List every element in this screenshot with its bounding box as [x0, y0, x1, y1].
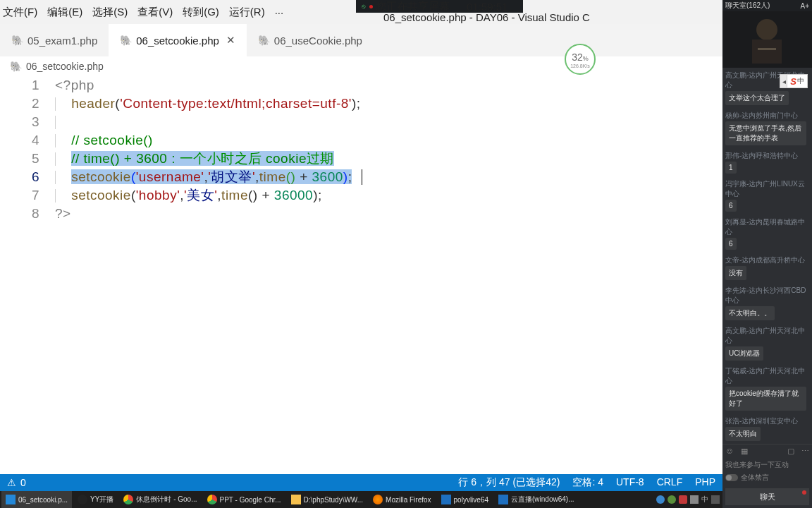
chat-user: 文帝-达内成都高升桥中心	[722, 253, 812, 266]
performance-badge: 32% 126.8K/s	[565, 44, 596, 75]
gutter-line: 2	[0, 95, 55, 113]
php-icon: 🐘	[120, 35, 132, 46]
taskbar-chrome2[interactable]: PPT - Google Chr...	[203, 491, 285, 508]
chat-msg: 6	[725, 200, 737, 212]
tab-06-usecookie[interactable]: 🐘 06_useCookie.php	[247, 24, 374, 56]
chat-msg: 不太明白。。	[725, 306, 775, 320]
gutter-line: 5	[0, 150, 55, 168]
code-editor[interactable]: 1<?php 2 header('Content-type:text/html;…	[0, 76, 722, 474]
tray-ime[interactable]: 中	[701, 495, 708, 504]
taskbar-explorer[interactable]: D:\phpStudy\WW...	[287, 491, 367, 508]
php-icon: 🐘	[10, 61, 22, 72]
tray-icon[interactable]	[679, 495, 687, 504]
taskbar-stream[interactable]: 云直播(window64)...	[494, 491, 578, 508]
chat-user: 李先涛-达内长沙河西CBD中心	[722, 283, 812, 306]
gutter-line: 1	[0, 76, 55, 95]
svg-rect-3	[758, 48, 776, 50]
gutter-line: 7	[0, 186, 55, 205]
cursor-position[interactable]: 行 6，列 47 (已选择42)	[458, 476, 560, 489]
taskbar-vscode[interactable]: 06_setcooki.p...	[1, 491, 72, 508]
text-cursor	[362, 169, 362, 185]
menu-run[interactable]: 运行(R)	[229, 6, 265, 19]
font-size-button[interactable]: A+	[800, 2, 809, 10]
chat-msg: 6	[725, 238, 737, 250]
chat-msg: UC浏览器	[725, 346, 763, 361]
chat-messages[interactable]: 高文鹏-达内广州天河北中心文举这个太合理了 杨帅-达内苏州南门中心无意中浏览了手…	[722, 68, 812, 444]
chat-msg: 无意中浏览了手表,然后一直推荐的手表	[725, 121, 806, 145]
breadcrumb[interactable]: 🐘 06_setcookie.php	[0, 56, 722, 76]
encoding[interactable]: UTF-8	[616, 476, 644, 489]
image-icon[interactable]: ▦	[741, 447, 748, 456]
sharing-time: 01:59:51	[467, 1, 508, 13]
chat-user: 杨帅-达内苏州南门中心	[722, 108, 812, 121]
tab-label: 06_setcookie.php	[136, 35, 219, 47]
chat-title: 聊天室(162人)	[725, 1, 770, 11]
gutter-line: 3	[0, 113, 55, 131]
settings-icon[interactable]: ⋯	[801, 447, 809, 456]
language-mode[interactable]: PHP	[695, 476, 715, 489]
chat-user: 邢伟-达内呼和浩特中心	[722, 148, 812, 162]
tab-label: 05_exam1.php	[27, 35, 97, 47]
warnings-icon[interactable]: ⚠	[7, 477, 16, 488]
tray-icon[interactable]	[656, 495, 665, 504]
chat-input[interactable]: 我也来参与一下互动	[722, 457, 812, 473]
editor-tabs: 🐘 05_exam1.php 🐘 06_setcookie.php ✕ 🐘 06…	[0, 24, 722, 56]
chat-msg: 1	[725, 162, 737, 174]
chat-send-button[interactable]: 聊天	[725, 488, 809, 505]
chat-user: 冯宇康-达内广州LINUX云中心	[722, 176, 812, 200]
mute-toggle[interactable]	[725, 474, 738, 481]
gutter-line: 6	[0, 168, 55, 186]
chat-msg: 不太明白	[725, 427, 761, 441]
taskbar-yy[interactable]: YY开播	[73, 491, 118, 508]
chat-header: 聊天室(162人) A+	[722, 0, 812, 11]
menu-go[interactable]: 转到(G)	[183, 6, 219, 19]
chat-msg: 没有	[725, 266, 746, 280]
chat-msg: 文举这个太合理了	[725, 91, 789, 105]
tray-icon[interactable]	[668, 495, 676, 504]
chat-user: 刘再显-达内昆明春城路中心	[722, 214, 812, 238]
video-thumbnail[interactable]	[722, 11, 812, 68]
chat-user: 丁铭威-达内广州天河北中心	[722, 363, 812, 387]
indentation[interactable]: 空格: 4	[572, 476, 603, 489]
eol[interactable]: CRLF	[657, 476, 683, 489]
php-icon: 🐘	[11, 35, 23, 46]
tab-05-exam1[interactable]: 🐘 05_exam1.php	[0, 24, 109, 56]
system-tray[interactable]: 中	[656, 495, 722, 504]
menu-file[interactable]: 文件(F)	[3, 6, 37, 19]
close-icon[interactable]: ✕	[226, 34, 235, 47]
menu-edit[interactable]: 编辑(E)	[47, 6, 82, 19]
svg-rect-2	[752, 40, 782, 64]
tab-label: 06_useCookie.php	[274, 35, 362, 47]
status-bar: ⚠ 0 行 6，列 47 (已选择42) 空格: 4 UTF-8 CRLF PH…	[0, 474, 722, 491]
gutter-line: 8	[0, 205, 55, 223]
chat-user: 张浩-达内深圳宝安中心	[722, 413, 812, 427]
mute-label: 全体禁言	[741, 473, 769, 483]
tray-icon[interactable]	[690, 495, 699, 504]
tray-icon[interactable]	[711, 495, 720, 504]
tab-06-setcookie[interactable]: 🐘 06_setcookie.php ✕	[109, 24, 247, 56]
chat-msg: 把cookie的缓存清了就好了	[725, 387, 806, 411]
taskbar-chrome1[interactable]: 休息倒计时 - Goo...	[119, 491, 201, 508]
php-icon: 🐘	[258, 35, 270, 46]
menu-select[interactable]: 选择(S)	[92, 6, 128, 19]
maximize-icon[interactable]: ▢	[787, 447, 794, 456]
windows-taskbar: 06_setcooki.p... YY开播 休息倒计时 - Goo... PPT…	[0, 491, 722, 508]
breadcrumb-label: 06_setcookie.php	[26, 61, 104, 72]
window-title: 06_setcookie.php - DAY06 - Visual Studio…	[383, 11, 590, 23]
chat-user: 高文鹏-达内广州天河北中心	[722, 323, 812, 346]
menu-more[interactable]: ···	[275, 6, 284, 18]
svg-point-1	[756, 19, 777, 40]
warnings-count[interactable]: 0	[20, 477, 26, 488]
menu-view[interactable]: 查看(V)	[137, 6, 173, 19]
emoji-icon[interactable]: ☺	[725, 446, 734, 456]
taskbar-polyv[interactable]: polyvlive64	[437, 491, 493, 508]
gutter-line: 4	[0, 131, 55, 150]
menu-bar: 文件(F) 编辑(E) 选择(S) 查看(V) 转到(G) 运行(R) ··· …	[0, 0, 722, 24]
taskbar-firefox[interactable]: Mozilla Firefox	[369, 491, 435, 508]
ime-indicator[interactable]: S中	[787, 74, 808, 88]
